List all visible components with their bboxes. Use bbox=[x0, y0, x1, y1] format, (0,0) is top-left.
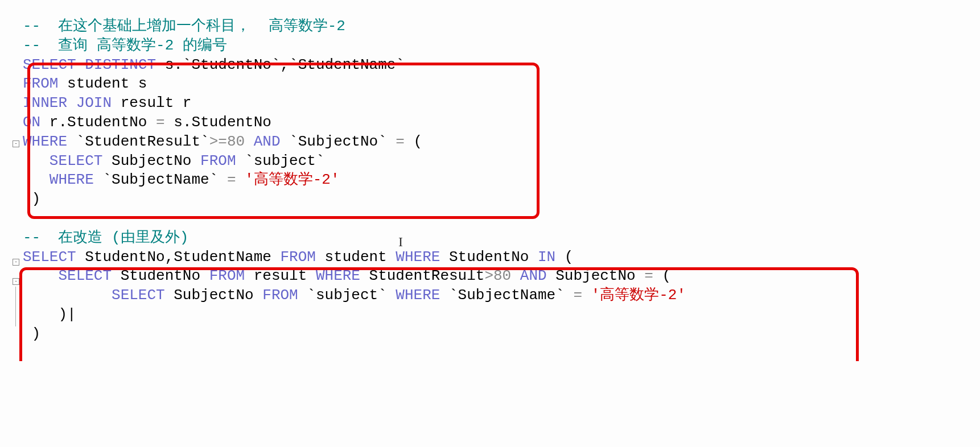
expr: StudentNo bbox=[440, 249, 538, 266]
fold-guide-line bbox=[15, 287, 16, 326]
code-line-9[interactable]: WHERE `SubjectName` = '高等数学-2' bbox=[23, 171, 969, 190]
column-list: s.`StudentNo`,`StudentName` bbox=[156, 56, 405, 73]
string-literal: '高等数学-2' bbox=[591, 287, 686, 304]
expr: r.StudentNo bbox=[40, 114, 156, 131]
code-line-3[interactable]: SELECT DISTINCT s.`StudentNo`,`StudentNa… bbox=[23, 56, 969, 75]
table-ref: result r bbox=[112, 94, 191, 111]
code-line-4[interactable]: FROM student s bbox=[23, 74, 969, 94]
comment-text: 查询 高等数学-2 的编号 bbox=[58, 37, 227, 54]
paren: ( bbox=[555, 249, 573, 266]
comment-text: -- bbox=[23, 18, 58, 35]
keyword-on: ON bbox=[23, 114, 40, 131]
indent bbox=[23, 267, 58, 284]
code-line-6[interactable]: ON r.StudentNo = s.StudentNo bbox=[23, 113, 969, 133]
keyword-in: IN bbox=[538, 249, 555, 266]
expr: s.StudentNo bbox=[165, 114, 271, 131]
indent bbox=[23, 171, 50, 188]
code-line-10[interactable]: ) bbox=[23, 190, 969, 209]
text-cursor: | bbox=[67, 306, 76, 323]
keyword-select: SELECT bbox=[112, 287, 165, 304]
indent bbox=[23, 306, 58, 323]
operator: = bbox=[644, 267, 653, 284]
keyword-select: SELECT bbox=[23, 249, 76, 266]
fold-marker-select-2[interactable]: - bbox=[13, 278, 19, 285]
expr: StudentResult bbox=[360, 267, 484, 284]
expr: `SubjectNo` bbox=[281, 133, 396, 150]
keyword-from: FROM bbox=[262, 287, 298, 304]
keyword-select: SELECT bbox=[50, 152, 103, 169]
string-literal: '高等数学-2' bbox=[245, 171, 339, 188]
space bbox=[236, 171, 245, 188]
expr: SubjectNo bbox=[102, 152, 200, 169]
keyword-from: FROM bbox=[280, 249, 315, 266]
table-ref: `subject` bbox=[298, 287, 396, 304]
comment-text: -- bbox=[23, 229, 58, 246]
fold-marker-select-1[interactable]: - bbox=[13, 259, 19, 266]
expr: StudentNo bbox=[112, 267, 209, 284]
empty bbox=[23, 210, 32, 227]
keyword-from: FROM bbox=[200, 152, 236, 169]
code-line-2[interactable]: -- 查询 高等数学-2 的编号 bbox=[23, 36, 969, 56]
paren: ( bbox=[653, 267, 671, 284]
code-line-11[interactable] bbox=[23, 209, 969, 229]
code-line-8[interactable]: SELECT SubjectNo FROM `subject` bbox=[23, 152, 969, 171]
code-line-15[interactable]: SELECT SubjectNo FROM `subject` WHERE `S… bbox=[23, 286, 969, 305]
expr: SubjectNo bbox=[547, 267, 645, 284]
keyword-from: FROM bbox=[23, 75, 58, 92]
code-line-17[interactable]: ) bbox=[23, 325, 969, 344]
indent bbox=[23, 191, 32, 208]
operator: = bbox=[227, 171, 236, 188]
keyword-where: WHERE bbox=[396, 287, 440, 304]
keyword-select: SELECT bbox=[58, 267, 112, 284]
keyword-select: SELECT bbox=[23, 56, 76, 73]
code-line-16[interactable]: )| bbox=[23, 305, 969, 325]
code-line-1[interactable]: -- 在这个基础上增加一个科目， 高等数学-2 bbox=[23, 17, 969, 36]
keyword-distinct: DISTINCT bbox=[85, 56, 156, 73]
code-line-7[interactable]: WHERE `StudentResult`>=80 AND `SubjectNo… bbox=[23, 133, 969, 152]
keyword-join: JOIN bbox=[76, 94, 112, 111]
keyword-and: AND bbox=[520, 267, 547, 284]
indent bbox=[23, 152, 50, 169]
operator: > bbox=[484, 267, 493, 284]
expr: SubjectNo bbox=[165, 287, 263, 304]
indent bbox=[23, 325, 32, 342]
operator: = bbox=[573, 287, 582, 304]
code-line-13[interactable]: SELECT StudentNo,StudentName FROM studen… bbox=[23, 248, 969, 267]
space bbox=[582, 287, 591, 304]
keyword-and: AND bbox=[254, 133, 281, 150]
keyword-where: WHERE bbox=[316, 267, 360, 284]
sql-editor-content[interactable]: - - - -- 在这个基础上增加一个科目， 高等数学-2 -- 查询 高等数学… bbox=[11, 17, 969, 344]
comment-text: 在改造 (由里及外) bbox=[58, 229, 188, 246]
expr: `SubjectName` bbox=[94, 171, 227, 188]
fold-marker-where[interactable]: - bbox=[13, 140, 19, 147]
keyword-inner: INNER bbox=[23, 94, 67, 111]
number: 80 bbox=[493, 267, 511, 284]
comment-text: 在这个基础上增加一个科目， 高等数学-2 bbox=[58, 18, 345, 35]
table-ref: `subject` bbox=[236, 152, 325, 169]
text-cursor-icon: I bbox=[398, 233, 403, 251]
table-ref: student s bbox=[58, 75, 147, 92]
paren: ) bbox=[58, 306, 67, 323]
code-line-5[interactable]: INNER JOIN result r bbox=[23, 94, 969, 113]
expr: StudentNo,StudentName bbox=[76, 249, 281, 266]
paren: ) bbox=[32, 191, 41, 208]
code-line-14[interactable]: SELECT StudentNo FROM result WHERE Stude… bbox=[23, 267, 969, 286]
table-ref: result bbox=[245, 267, 316, 284]
operator: = bbox=[396, 133, 405, 150]
table-ref: student bbox=[316, 249, 396, 266]
paren: ( bbox=[405, 133, 422, 150]
code-line-12[interactable]: -- 在改造 (由里及外) bbox=[23, 229, 969, 248]
paren: ) bbox=[32, 325, 41, 342]
expr: `SubjectName` bbox=[440, 287, 573, 304]
indent bbox=[23, 287, 112, 304]
keyword-from: FROM bbox=[209, 267, 245, 284]
comment-text: -- bbox=[23, 37, 58, 54]
number: 80 bbox=[227, 133, 245, 150]
expr: `StudentResult` bbox=[67, 133, 209, 150]
keyword-where: WHERE bbox=[50, 171, 94, 188]
operator: = bbox=[156, 114, 165, 131]
keyword-where: WHERE bbox=[23, 133, 67, 150]
operator: >= bbox=[209, 133, 227, 150]
